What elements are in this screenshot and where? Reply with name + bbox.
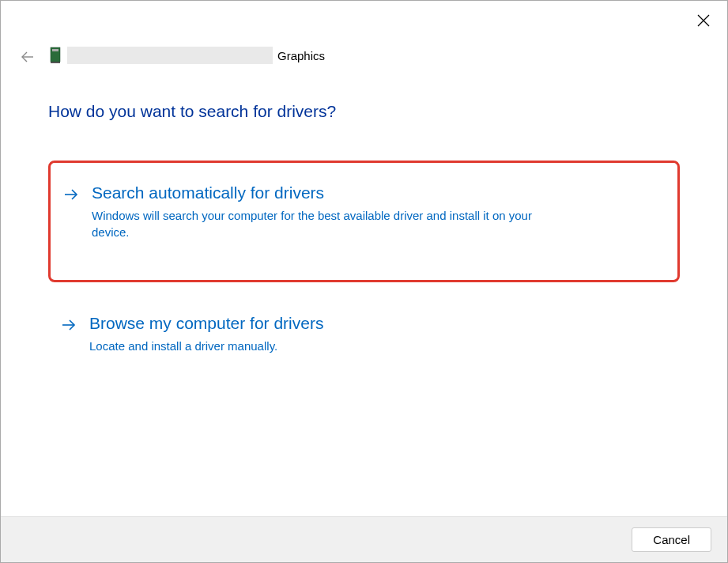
arrow-right-icon (63, 187, 79, 206)
device-name-text: Graphics (277, 49, 325, 62)
back-arrow-icon (21, 50, 35, 66)
page-heading: How do you want to search for drivers? (48, 102, 680, 121)
back-button[interactable] (18, 48, 37, 67)
graphics-card-icon (48, 47, 62, 64)
arrow-right-icon (61, 317, 77, 336)
device-header: Graphics (48, 47, 325, 64)
cancel-button[interactable]: Cancel (632, 527, 711, 552)
redacted-device-text (67, 47, 273, 64)
option-browse-computer[interactable]: Browse my computer for drivers Locate an… (48, 298, 680, 376)
svg-rect-5 (51, 62, 60, 63)
svg-rect-4 (52, 49, 58, 51)
close-button[interactable] (691, 9, 716, 34)
option-description: Windows will search your computer for th… (92, 207, 566, 240)
dialog-footer: Cancel (1, 516, 727, 562)
close-icon (697, 14, 710, 29)
option-title: Browse my computer for drivers (89, 314, 667, 333)
option-search-automatically[interactable]: Search automatically for drivers Windows… (48, 161, 680, 282)
option-description: Locate and install a driver manually. (89, 338, 564, 354)
option-title: Search automatically for drivers (92, 183, 665, 202)
